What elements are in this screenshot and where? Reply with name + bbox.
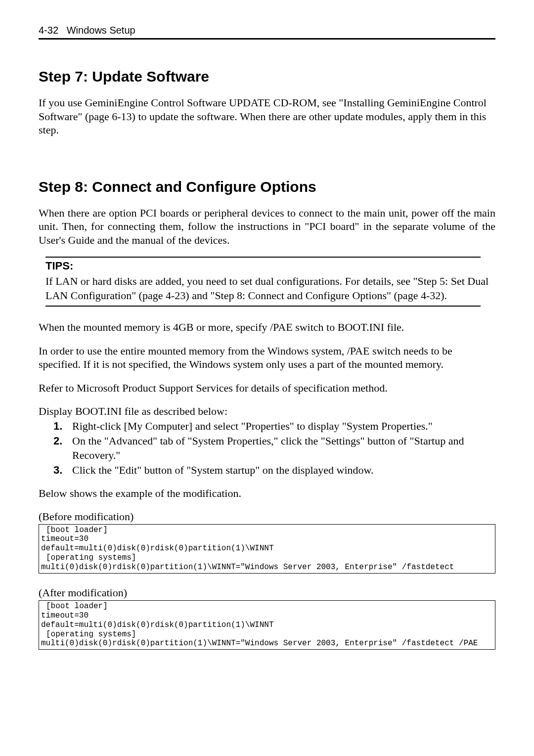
code-line: [operating systems] bbox=[41, 630, 493, 639]
after-code-block: [boot loader]timeout=30 default=multi(0)… bbox=[39, 600, 495, 650]
header-section: Windows Setup bbox=[67, 25, 135, 36]
step8-title: Step 8: Connect and Configure Options bbox=[39, 178, 495, 195]
step-text-3: Click the "Edit" button of "System start… bbox=[72, 464, 374, 476]
step8-para2: When the mounted memory is 4GB or more, … bbox=[39, 320, 495, 334]
before-code-block: [boot loader]timeout=30 default=multi(0)… bbox=[39, 524, 495, 574]
steps-list: Right-click [My Computer] and select "Pr… bbox=[39, 419, 495, 478]
step7-title: Step 7: Update Software bbox=[39, 68, 495, 85]
tips-rule-top bbox=[45, 257, 481, 258]
step-item-1: Right-click [My Computer] and select "Pr… bbox=[69, 419, 495, 434]
code-line: [boot loader] bbox=[41, 526, 493, 535]
tips-title: TIPS: bbox=[45, 260, 495, 272]
code-line: timeout=30 bbox=[41, 611, 89, 620]
code-line: multi(0)disk(0)rdisk(0)partition(1)\WINN… bbox=[41, 563, 454, 572]
step-text-2: On the "Advanced" tab of "System Propert… bbox=[72, 435, 464, 461]
tips-rule-bottom bbox=[45, 306, 481, 307]
after-label: (After modification) bbox=[39, 586, 495, 599]
page-number: 4-32 bbox=[39, 25, 58, 36]
step8-para3: In order to use the entire mounted memor… bbox=[39, 344, 495, 371]
code-line: multi(0)disk(0)rdisk(0)partition(1)\WINN… bbox=[41, 639, 478, 648]
code-line: timeout=30 bbox=[41, 534, 89, 543]
step8-para5: Display BOOT.INI file as described below… bbox=[39, 404, 495, 418]
tips-text: If LAN or hard disks are added, you need… bbox=[45, 274, 495, 303]
code-line: default=multi(0)disk(0)rdisk(0)partition… bbox=[41, 621, 273, 629]
step8-para1: When there are option PCI boards or peri… bbox=[39, 206, 495, 247]
step-item-2: On the "Advanced" tab of "System Propert… bbox=[69, 434, 495, 462]
step8-para4: Refer to Microsoft Product Support Servi… bbox=[39, 381, 495, 395]
code-line: [operating systems] bbox=[41, 553, 493, 563]
step7-para: If you use GeminiEngine Control Software… bbox=[39, 96, 495, 137]
code-line: [boot loader] bbox=[41, 602, 493, 611]
tips-block: TIPS: If LAN or hard disks are added, yo… bbox=[45, 257, 495, 307]
code-line: default=multi(0)disk(0)rdisk(0)partition… bbox=[41, 544, 273, 553]
before-label: (Before modification) bbox=[39, 510, 495, 523]
step8-para6: Below shows the example of the modificat… bbox=[39, 487, 495, 500]
step-text-1: Right-click [My Computer] and select "Pr… bbox=[72, 420, 433, 432]
step-item-3: Click the "Edit" button of "System start… bbox=[69, 463, 495, 478]
page-header: 4-32 Windows Setup bbox=[39, 25, 495, 36]
header-rule bbox=[39, 38, 495, 40]
